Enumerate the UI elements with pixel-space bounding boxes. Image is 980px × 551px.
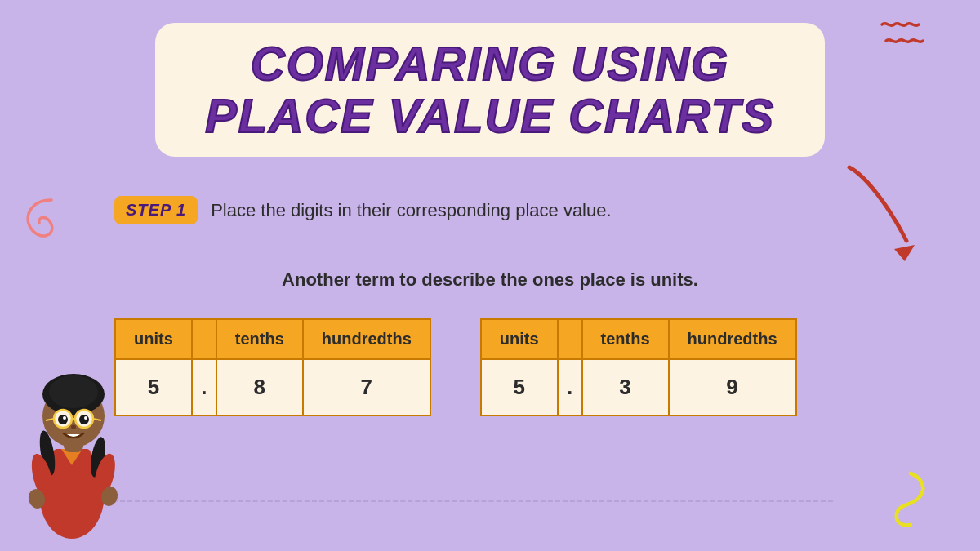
info-text: Another term to describe the ones place …	[282, 269, 698, 291]
table-left: units tenths hundredths 5 . 8 7	[114, 318, 431, 416]
table-left-dot-value: .	[192, 359, 216, 415]
table-right-header-units: units	[481, 319, 558, 359]
svg-point-14	[63, 416, 66, 420]
table-right-tenths-value: 3	[582, 359, 669, 415]
table-right-header-dot	[558, 319, 582, 359]
tables-container: units tenths hundredths 5 . 8 7 units te…	[114, 318, 797, 416]
title-line1: COMPARING USING	[251, 37, 729, 90]
table-right-header-hundredths: hundredths	[669, 319, 796, 359]
svg-point-12	[58, 415, 68, 424]
table-left-header-hundredths: hundredths	[303, 319, 430, 359]
svg-point-19	[71, 425, 76, 429]
main-title: COMPARING USING PLACE VALUE CHARTS	[204, 38, 776, 142]
step-badge: Step 1	[114, 196, 198, 224]
table-left-header-dot	[192, 319, 216, 359]
table-right-header-tenths: tenths	[582, 319, 669, 359]
step1-text: Place the digits in their corresponding …	[211, 200, 611, 221]
svg-point-15	[84, 416, 87, 420]
svg-marker-0	[894, 245, 915, 261]
table-left-header-tenths: tenths	[216, 319, 303, 359]
squiggle-top-right-icon	[874, 16, 939, 65]
title-line2: PLACE VALUE CHARTS	[205, 89, 775, 142]
table-right: units tenths hundredths 5 . 3 9	[480, 318, 797, 416]
step1-container: Step 1 Place the digits in their corresp…	[114, 196, 612, 224]
table-left-tenths-value: 8	[216, 359, 303, 415]
arrow-icon	[833, 159, 931, 265]
squiggle-bottom-right-icon	[882, 469, 939, 535]
table-right-units-value: 5	[481, 359, 558, 415]
curl-left-icon	[15, 192, 64, 257]
title-box: COMPARING USING PLACE VALUE CHARTS	[155, 23, 825, 157]
dashed-line	[98, 500, 833, 502]
table-right-dot-value: .	[558, 359, 582, 415]
svg-point-7	[49, 375, 98, 408]
svg-point-13	[79, 415, 89, 424]
table-left-hundredths-value: 7	[303, 359, 430, 415]
character-illustration	[8, 322, 139, 551]
table-right-hundredths-value: 9	[669, 359, 796, 415]
